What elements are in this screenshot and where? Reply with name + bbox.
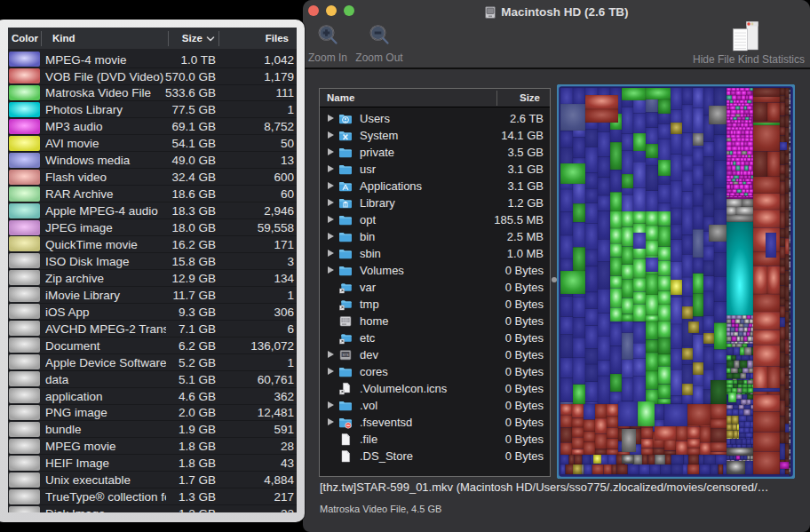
svg-text:SYS: SYS xyxy=(342,353,349,356)
